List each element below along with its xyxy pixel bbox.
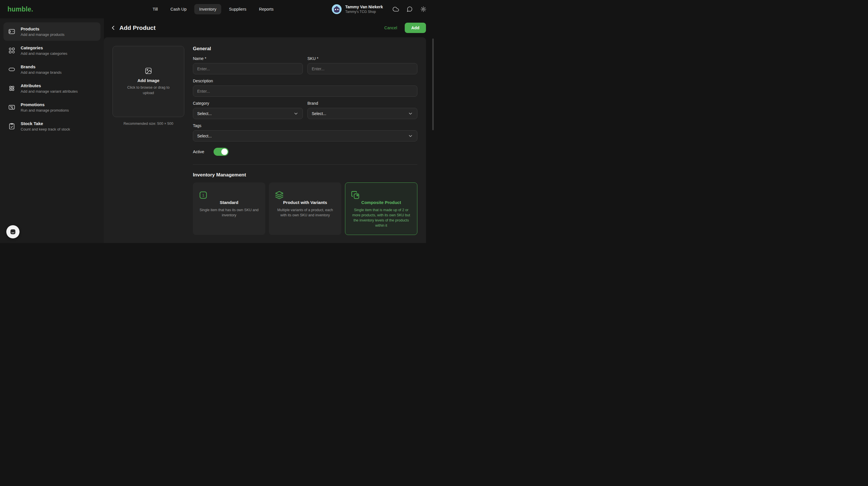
description-input[interactable] (193, 86, 417, 97)
app: humble. Till Cash Up Inventory Suppliers… (0, 0, 434, 243)
brand-select[interactable]: Select... (307, 108, 417, 119)
sidebar-item-title: Categories (21, 45, 67, 50)
upload-subtitle: Click to browse or drag to upload (121, 85, 175, 96)
promotions-icon (8, 104, 16, 111)
sidebar-item-subtitle: Add and manage variant attributes (21, 89, 78, 94)
cancel-button[interactable]: Cancel (384, 26, 397, 30)
tags-select-value: Select... (197, 134, 212, 138)
inventory-option-variants[interactable]: Product with Variants Multiple variants … (269, 183, 341, 235)
svg-text:1: 1 (202, 193, 204, 197)
nav-reports[interactable]: Reports (254, 4, 278, 14)
sidebar-item-attributes[interactable]: Attributes Add and manage variant attrib… (3, 79, 100, 98)
inventory-option-title: Composite Product (350, 200, 412, 205)
sidebar-item-stock-take[interactable]: Stock Take Count and keep track of stock (3, 117, 100, 135)
primary-nav: Till Cash Up Inventory Suppliers Reports (148, 0, 278, 19)
sidebar-item-subtitle: Add and manage products (21, 32, 65, 37)
sidebar-item-subtitle: Add and manage categories (21, 51, 67, 56)
inventory-section-title: Inventory Management (193, 172, 417, 178)
sidebar-item-title: Brands (21, 64, 61, 69)
brand-field: Brand Select... (307, 101, 417, 119)
inventory-option-description: Multiple variants of a product, each wit… (274, 207, 336, 218)
inventory-option-title: Standard (198, 200, 260, 205)
inventory-option-title: Product with Variants (274, 200, 336, 205)
section-divider (193, 164, 417, 165)
inventory-option-composite[interactable]: Composite Product Single item that is ma… (345, 183, 417, 235)
upload-size-hint: Recommended size: 500 × 500 (113, 122, 184, 126)
back-button[interactable] (110, 24, 117, 31)
inventory-option-standard[interactable]: 1 Standard Single item that has its own … (193, 183, 265, 235)
upload-title: Add Image (137, 78, 160, 83)
image-icon (145, 67, 152, 74)
inventory-option-description: Single item that has its own SKU and inv… (198, 207, 260, 218)
cloud-sync-icon[interactable] (393, 6, 399, 12)
user-meta: Tammy Van Niekerk Tammy's TCG Shop (345, 5, 383, 14)
add-button[interactable]: Add (405, 23, 426, 33)
sidebar-item-title: Stock Take (21, 121, 70, 126)
chevron-down-icon (408, 111, 413, 116)
user-shop-name: Tammy's TCG Shop (345, 10, 383, 14)
sidebar-item-subtitle: Add and manage brands (21, 70, 61, 74)
name-input[interactable] (193, 63, 303, 74)
settings-gear-icon[interactable] (420, 6, 427, 12)
description-field: Description (193, 78, 417, 97)
nav-inventory[interactable]: Inventory (194, 4, 221, 14)
add-product-panel: Add Image Click to browse or drag to upl… (104, 37, 426, 243)
nav-cash-up[interactable]: Cash Up (166, 4, 191, 14)
category-select[interactable]: Select... (193, 108, 303, 119)
category-select-value: Select... (197, 111, 212, 116)
page-title: Add Product (119, 24, 156, 31)
name-field: Name * (193, 56, 303, 74)
description-label: Description (193, 78, 417, 83)
main-content: Add Product Cancel Add Add Image Click t… (104, 19, 434, 243)
chevron-down-icon (408, 133, 413, 138)
avatar[interactable] (332, 4, 342, 14)
tags-label: Tags (193, 123, 417, 128)
nav-suppliers[interactable]: Suppliers (224, 4, 251, 14)
category-field: Category Select... (193, 101, 303, 119)
stock-take-icon (8, 123, 16, 130)
sidebar-item-subtitle: Count and keep track of stock (21, 127, 70, 131)
toggle-knob (221, 149, 228, 155)
categories-icon (8, 47, 16, 54)
sidebar-item-promotions[interactable]: Promotions Run and manage promotions (3, 98, 100, 117)
sidebar-item-categories[interactable]: Categories Add and manage categories (3, 41, 100, 60)
brand-select-value: Select... (312, 111, 327, 116)
inventory-type-options: 1 Standard Single item that has its own … (193, 183, 417, 235)
chevron-down-icon (293, 111, 299, 116)
tags-select[interactable]: Select... (193, 130, 417, 141)
sidebar-item-brands[interactable]: Brands Add and manage brands (3, 60, 100, 78)
inventory-option-description: Single item that is made up of 2 or more… (350, 207, 412, 228)
sku-field: SKU * (307, 56, 417, 74)
variants-icon (274, 190, 336, 200)
sku-label: SKU * (307, 56, 417, 61)
name-label: Name * (193, 56, 303, 61)
sidebar-item-title: Attributes (21, 83, 78, 88)
chat-icon[interactable] (406, 6, 413, 12)
tags-field: Tags Select... (193, 123, 417, 141)
user-name: Tammy Van Niekerk (345, 5, 383, 9)
products-icon (8, 28, 16, 35)
scrollbar[interactable] (432, 38, 434, 130)
brand-logo: humble. (7, 5, 33, 13)
image-upload-dropzone[interactable]: Add Image Click to browse or drag to upl… (113, 46, 184, 117)
attributes-icon (8, 85, 16, 92)
sidebar-item-title: Promotions (21, 102, 69, 107)
standard-icon: 1 (198, 190, 260, 200)
sidebar-item-products[interactable]: Products Add and manage products (3, 22, 100, 41)
brands-icon (8, 66, 16, 73)
image-upload-column: Add Image Click to browse or drag to upl… (113, 46, 184, 243)
sku-input[interactable] (307, 63, 417, 74)
brand-label: Brand (307, 101, 417, 105)
top-navbar: humble. Till Cash Up Inventory Suppliers… (0, 0, 434, 19)
composite-icon (350, 190, 412, 200)
page-header: Add Product Cancel Add (104, 19, 434, 37)
header-actions: Cancel Add (384, 23, 426, 33)
messenger-icon (9, 228, 17, 235)
active-row: Active (193, 148, 417, 156)
support-chat-launcher[interactable] (6, 225, 20, 238)
active-toggle[interactable] (214, 148, 228, 156)
nav-till[interactable]: Till (148, 4, 163, 14)
active-label: Active (193, 150, 205, 154)
user-cluster: Tammy Van Niekerk Tammy's TCG Shop (332, 4, 427, 14)
category-label: Category (193, 101, 303, 105)
